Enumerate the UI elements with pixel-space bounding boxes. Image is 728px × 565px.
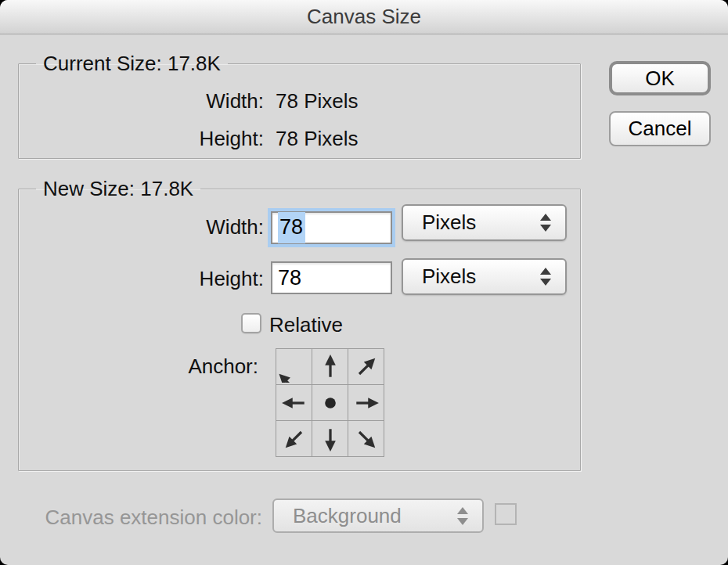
up-down-stepper-icon	[540, 214, 551, 232]
anchor-grid	[276, 348, 384, 456]
height-input[interactable]: 78	[271, 261, 392, 294]
height-unit-value: Pixels	[422, 265, 476, 289]
current-width-value: 78 Pixels	[276, 89, 359, 113]
anchor-cell-bottom[interactable]	[312, 420, 348, 457]
up-down-stepper-icon	[457, 507, 468, 525]
extension-color-value: Background	[293, 504, 402, 528]
arrow-down-left-icon	[279, 423, 310, 455]
anchor-label: Anchor:	[188, 354, 258, 379]
extension-color-select: Background	[272, 498, 484, 533]
anchor-cell-right[interactable]	[348, 384, 384, 421]
arrow-left-icon	[279, 387, 310, 419]
height-unit-select[interactable]: Pixels	[402, 258, 567, 295]
relative-checkbox[interactable]	[241, 313, 261, 333]
width-input-selected-text: 78	[278, 212, 305, 243]
anchor-cell-bottom-right[interactable]	[348, 420, 384, 457]
dialog-title: Canvas Size	[307, 5, 421, 29]
ok-button[interactable]: OK	[609, 61, 711, 95]
arrow-right-icon	[351, 387, 382, 419]
height-input-text: 78	[278, 266, 301, 290]
current-height-value: 78 Pixels	[276, 127, 359, 151]
anchor-cell-top-right[interactable]	[348, 348, 384, 385]
arrow-down-right-icon	[351, 423, 382, 455]
extension-color-swatch	[495, 503, 517, 525]
anchor-cell-bottom-left[interactable]	[276, 420, 312, 457]
new-height-label: Height:	[200, 267, 264, 291]
new-size-legend: New Size: 17.8K	[36, 177, 200, 201]
cancel-button[interactable]: Cancel	[609, 111, 711, 146]
relative-label[interactable]: Relative	[269, 313, 343, 337]
extension-color-label: Canvas extension color:	[45, 506, 262, 530]
width-input[interactable]: 78	[271, 211, 392, 244]
anchor-cell-center[interactable]	[312, 384, 348, 421]
up-down-stepper-icon	[540, 268, 551, 286]
canvas-size-dialog: Canvas Size Current Size: 17.8K Width: 7…	[0, 0, 728, 565]
title-bar: Canvas Size	[0, 0, 728, 34]
current-size-legend: Current Size: 17.8K	[36, 52, 228, 76]
arrow-down-icon	[315, 423, 346, 455]
center-dot-icon	[315, 387, 346, 419]
arrow-up-left-icon	[279, 351, 310, 383]
current-width-label: Width:	[206, 89, 264, 113]
width-unit-select[interactable]: Pixels	[402, 204, 567, 241]
arrow-up-icon	[315, 351, 346, 383]
arrow-up-right-icon	[351, 351, 382, 383]
current-height-label: Height:	[200, 127, 264, 151]
anchor-cell-top-left[interactable]	[276, 348, 312, 385]
anchor-cell-top[interactable]	[312, 348, 348, 385]
width-unit-value: Pixels	[422, 211, 476, 235]
new-width-label: Width:	[206, 215, 264, 239]
anchor-cell-left[interactable]	[276, 384, 312, 421]
